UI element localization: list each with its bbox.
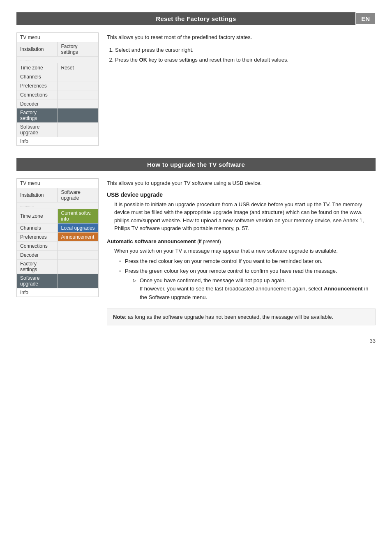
- menu2-channels[interactable]: Channels: [17, 223, 58, 232]
- menu-item-preferences-right: [58, 81, 99, 90]
- table-row: Installation Software upgrade: [17, 188, 98, 202]
- auto-para: When you switch on your TV a message may…: [114, 247, 376, 255]
- menu-item-decoder[interactable]: Decoder: [17, 99, 58, 108]
- menu2-decoder[interactable]: Decoder: [17, 250, 58, 259]
- section-upgrade-software: How to upgrade the TV software TV menu I…: [16, 158, 376, 325]
- sub-bullet-list: Once you have confirmed, the message wil…: [133, 276, 376, 302]
- menu2-decoder-right: [58, 250, 99, 259]
- usb-title: USB device upgrade: [107, 191, 376, 198]
- menu2-installation[interactable]: Installation: [17, 188, 58, 202]
- menu-item-connections[interactable]: Connections: [17, 90, 58, 99]
- table-row: Factory settings: [17, 108, 98, 122]
- table-row: Decoder: [17, 99, 98, 108]
- table-row: Software upgrade: [17, 274, 98, 288]
- table-row: Factory settings: [17, 259, 98, 274]
- menu-item-preferences[interactable]: Preferences: [17, 81, 58, 90]
- menu-item-reset[interactable]: Reset: [58, 63, 99, 72]
- menu-info-2: Info: [17, 288, 98, 297]
- section1-badge: EN: [355, 12, 376, 25]
- section2-title: How to upgrade the TV software: [16, 161, 376, 168]
- menu2-connections-right: [58, 241, 99, 250]
- note-box: Note: as long as the software upgrade ha…: [107, 309, 376, 326]
- auto-title: Automatic software announcement (if pres…: [107, 238, 376, 244]
- section2-tv-menu: TV menu Installation Software upgrade ..…: [16, 178, 99, 297]
- section2-content: TV menu Installation Software upgrade ..…: [16, 178, 376, 325]
- section1-intro: This allows you to reset most of the pre…: [107, 33, 376, 41]
- step-1: Select and press the cursor right.: [115, 46, 376, 55]
- bullet-item-2: Press the green colour key on your remot…: [119, 267, 376, 302]
- menu2-factory-settings-right: [58, 259, 99, 274]
- menu2-software-upgrade-right[interactable]: Software upgrade: [58, 188, 99, 202]
- note-text: : as long as the software upgrade has no…: [125, 314, 333, 320]
- usb-para: It is possible to initiate an upgrade pr…: [114, 200, 376, 233]
- section1-steps: Select and press the cursor right. Press…: [115, 46, 376, 64]
- menu-item-software-upgrade[interactable]: Software upgrade: [17, 122, 58, 137]
- section-reset-factory: Reset the Factory settings EN TV menu In…: [16, 12, 376, 146]
- note-label: Note: [113, 314, 125, 320]
- table-row: Channels: [17, 72, 98, 81]
- menu2-local-upgrades[interactable]: Local upgrades: [58, 223, 99, 232]
- menu-dots: ............: [17, 56, 98, 63]
- step-2: Press the OK key to erase settings and r…: [115, 55, 376, 64]
- section1-right: This allows you to reset most of the pre…: [107, 32, 376, 65]
- table-row: Installation Factory settings: [17, 42, 98, 56]
- menu2-current-softw[interactable]: Current softw. info: [58, 209, 99, 223]
- section2-intro: This allows you to upgrade your TV softw…: [107, 179, 376, 187]
- menu2-connections[interactable]: Connections: [17, 241, 58, 250]
- table-row: Time zone Current softw. info: [17, 209, 98, 223]
- section2-right: This allows you to upgrade your TV softw…: [107, 178, 376, 325]
- table-row: Decoder: [17, 250, 98, 259]
- section1-tv-menu: TV menu Installation Factory settings ..…: [16, 32, 99, 146]
- menu2-dots: ............: [17, 202, 98, 209]
- auto-title-note: (if present): [197, 239, 221, 244]
- table-row: Time zone Reset: [17, 63, 98, 72]
- menu2-timezone[interactable]: Time zone: [17, 209, 58, 223]
- table-row: Connections: [17, 241, 98, 250]
- menu-info-1: Info: [17, 137, 98, 145]
- auto-title-text: Automatic software announcement: [107, 238, 196, 244]
- menu2-software-upgrade-right2: [58, 274, 99, 288]
- menu-item-software-upgrade-right: [58, 122, 99, 137]
- section1-header: Reset the Factory settings EN: [16, 12, 376, 25]
- section1-title: Reset the Factory settings: [16, 15, 376, 22]
- menu2-factory-settings[interactable]: Factory settings: [17, 259, 58, 274]
- sub-bullet-item-1: Once you have confirmed, the message wil…: [133, 276, 376, 302]
- menu-item-channels-right: [58, 72, 99, 81]
- menu-item-connections-right: [58, 90, 99, 99]
- section2-menu-header: TV menu: [17, 179, 98, 188]
- table-row: Channels Local upgrades: [17, 223, 98, 232]
- table-row: Preferences Announcement: [17, 232, 98, 241]
- menu-item-factory-settings-right[interactable]: Factory settings: [58, 42, 99, 56]
- bullet-list: Press the red colour key on your remote …: [119, 257, 376, 302]
- menu2-preferences[interactable]: Preferences: [17, 232, 58, 241]
- table-row: Connections: [17, 90, 98, 99]
- menu-item-channels[interactable]: Channels: [17, 72, 58, 81]
- section1-content: TV menu Installation Factory settings ..…: [16, 32, 376, 146]
- page-number: 33: [16, 338, 376, 344]
- table-row: Software upgrade: [17, 122, 98, 137]
- menu-item-timezone[interactable]: Time zone: [17, 63, 58, 72]
- menu2-announcement[interactable]: Announcement: [58, 232, 99, 241]
- bullet-item-1: Press the red colour key on your remote …: [119, 257, 376, 266]
- menu-item-factory-settings-left[interactable]: Factory settings: [17, 108, 58, 122]
- menu-item-factory-settings-right2: [58, 108, 99, 122]
- menu-item-decoder-right: [58, 99, 99, 108]
- menu-item-installation[interactable]: Installation: [17, 42, 58, 56]
- table-row: Preferences: [17, 81, 98, 90]
- menu2-software-upgrade-highlighted[interactable]: Software upgrade: [17, 274, 58, 288]
- section2-header: How to upgrade the TV software: [16, 158, 376, 171]
- section1-menu-header: TV menu: [17, 33, 98, 42]
